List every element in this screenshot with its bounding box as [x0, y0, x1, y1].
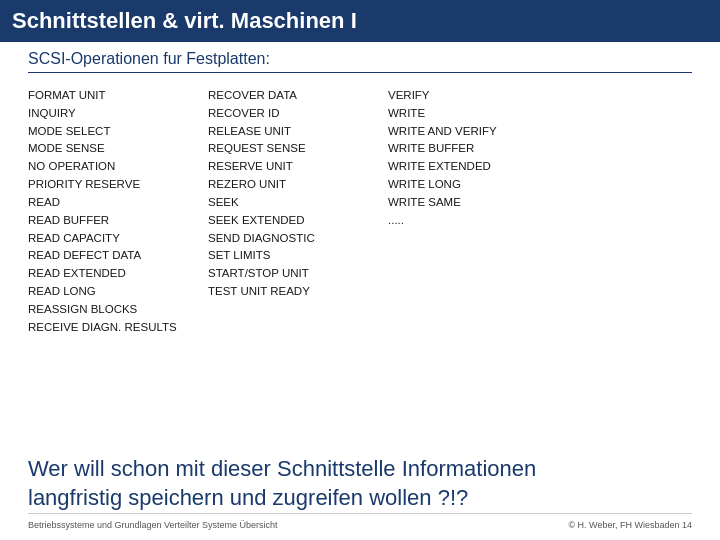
column-1: FORMAT UNITINQUIRYMODE SELECTMODE SENSEN… [28, 87, 198, 440]
bottom-text: Wer will schon mit dieser Schnittstelle … [28, 454, 692, 513]
column-2: RECOVER DATARECOVER IDRELEASE UNITREQUES… [208, 87, 378, 440]
list-item: SET LIMITS [208, 247, 378, 265]
list-item: RESERVE UNIT [208, 158, 378, 176]
list-item: READ [28, 194, 198, 212]
list-item: VERIFY [388, 87, 558, 105]
list-item: READ LONG [28, 283, 198, 301]
list-item: READ DEFECT DATA [28, 247, 198, 265]
column-3: VERIFYWRITEWRITE AND VERIFYWRITE BUFFERW… [388, 87, 558, 440]
list-item: RECEIVE DIAGN. RESULTS [28, 319, 198, 337]
list-item: WRITE SAME [388, 194, 558, 212]
list-item: WRITE EXTENDED [388, 158, 558, 176]
list-item: READ CAPACITY [28, 230, 198, 248]
list-item: SEEK EXTENDED [208, 212, 378, 230]
subtitle: SCSI-Operationen fur Festplatten: [28, 50, 692, 73]
list-item: REZERO UNIT [208, 176, 378, 194]
list-item: READ BUFFER [28, 212, 198, 230]
list-item: ..... [388, 212, 558, 230]
list-item: REQUEST SENSE [208, 140, 378, 158]
footer-left-text: Betriebssysteme und Grundlagen Verteilte… [28, 520, 278, 530]
list-item: READ EXTENDED [28, 265, 198, 283]
list-item: TEST UNIT READY [208, 283, 378, 301]
list-item: REASSIGN BLOCKS [28, 301, 198, 319]
list-item: INQUIRY [28, 105, 198, 123]
list-item: MODE SELECT [28, 123, 198, 141]
page: Schnittstellen & virt. Maschinen I SCSI-… [0, 0, 720, 540]
list-item: MODE SENSE [28, 140, 198, 158]
list-item: RECOVER ID [208, 105, 378, 123]
list-item: PRIORITY RESERVE [28, 176, 198, 194]
list-item: START/STOP UNIT [208, 265, 378, 283]
footer-right-text: © H. Weber, FH Wiesbaden 14 [568, 520, 692, 530]
list-item: SEEK [208, 194, 378, 212]
list-item: SEND DIAGNOSTIC [208, 230, 378, 248]
bottom-line-2: langfristig speichern und zugreifen woll… [28, 483, 692, 513]
list-item: WRITE BUFFER [388, 140, 558, 158]
list-item: NO OPERATION [28, 158, 198, 176]
list-item: RECOVER DATA [208, 87, 378, 105]
page-title: Schnittstellen & virt. Maschinen I [0, 0, 720, 42]
bottom-line-1: Wer will schon mit dieser Schnittstelle … [28, 454, 692, 484]
list-item: WRITE AND VERIFY [388, 123, 558, 141]
commands-columns: FORMAT UNITINQUIRYMODE SELECTMODE SENSEN… [28, 87, 692, 440]
list-item: WRITE [388, 105, 558, 123]
footer: Betriebssysteme und Grundlagen Verteilte… [28, 513, 692, 530]
list-item: FORMAT UNIT [28, 87, 198, 105]
list-item: WRITE LONG [388, 176, 558, 194]
list-item: RELEASE UNIT [208, 123, 378, 141]
